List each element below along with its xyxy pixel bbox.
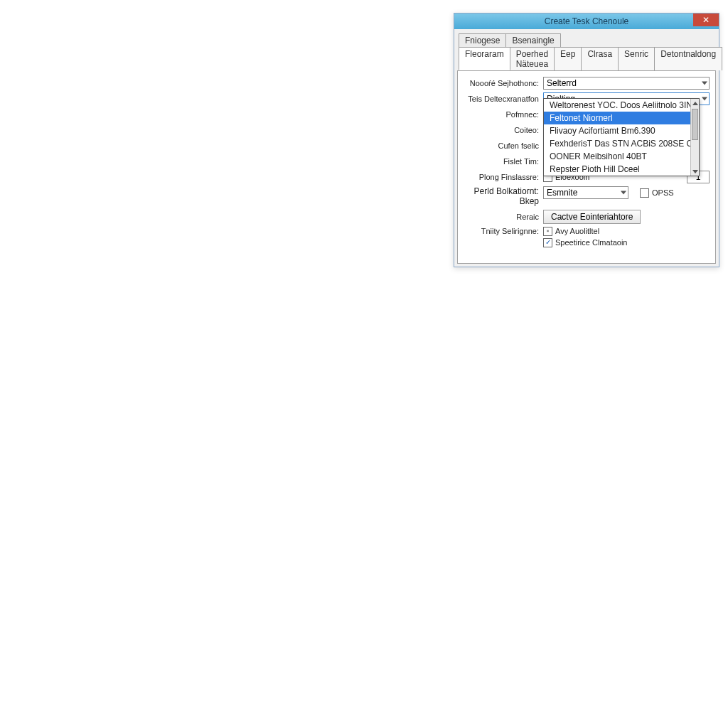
label-plong: Plong Finslassre: — [464, 173, 543, 181]
tab-bsenaingle[interactable]: Bsenaingle — [505, 33, 560, 48]
tab-senric[interactable]: Senric — [618, 47, 655, 70]
tab-poerhed[interactable]: Poerhed Näteuea — [510, 47, 555, 70]
chevron-down-icon — [702, 82, 707, 85]
tab-label: Eep — [560, 49, 575, 59]
scroll-thumb[interactable] — [692, 109, 698, 140]
button-cactve[interactable]: Cactve Eointeriahtore — [543, 210, 641, 224]
tab-label: Detontnaldong — [660, 49, 716, 59]
option-label: Flivaoy Acifortiamt Bm6.390 — [550, 126, 655, 136]
dropdown-option[interactable]: OONER Meibsihonl 40BT — [544, 150, 699, 163]
tab-detontnaldong[interactable]: Detontnaldong — [654, 47, 722, 70]
dropdown-option[interactable]: Repster Pioth Hill Dceel — [544, 163, 699, 176]
row-reraic: Reraic Cactve Eointeriahtore — [464, 210, 710, 224]
checkbox-avy[interactable]: ▪ — [543, 227, 552, 236]
label-perld-2: Bkep — [520, 196, 539, 206]
window-body: Fniogese Bsenaingle Fleoraram Poerhed Nä… — [454, 29, 719, 267]
label-avy: Avy Auolitltel — [555, 227, 599, 235]
scroll-up-icon[interactable] — [691, 99, 699, 107]
tab-row-upper: Fniogese Bsenaingle — [459, 33, 714, 47]
row-perld: Perld Bolkatiornt: Bkep Esmnite OPSS — [464, 186, 710, 207]
dialog-window: Create Tesk Chenoule ✕ Fniogese Bsenaing… — [454, 13, 719, 267]
row-name: Noooŕé Sejhothonc: Selterrd — [464, 77, 710, 90]
checkbox-opss[interactable] — [640, 188, 649, 198]
dropdown-option[interactable]: Flivaoy Acifortiamt Bm6.390 — [544, 124, 699, 137]
dropdown-option[interactable]: Weltorenest YOC. Doos Aeliitnolo 3IN — [544, 99, 699, 112]
label-cifen: Cufen fselic — [464, 141, 543, 150]
tab-fleoraram[interactable]: Fleoraram — [459, 47, 510, 70]
chevron-down-icon — [702, 97, 707, 101]
label-opss: OPSS — [652, 188, 674, 197]
label-perld-1: Perld Bolkatiornt: — [474, 186, 539, 196]
tab-row-lower: Fleoraram Poerhed Näteuea Eep Clrasa Sen… — [459, 47, 714, 70]
chevron-down-icon — [621, 191, 626, 195]
tab-fniogese[interactable]: Fniogese — [459, 33, 506, 48]
scroll-down-icon[interactable] — [691, 167, 699, 176]
label-task: Teis Deltecxranatfon — [464, 95, 543, 103]
tab-label: Bsenaingle — [512, 36, 554, 46]
label-speetirice: Speetirice Clmataoin — [555, 238, 628, 247]
tab-clrasa[interactable]: Clrasa — [581, 47, 619, 70]
close-button[interactable]: ✕ — [693, 14, 719, 26]
tab-panel: Noooŕé Sejhothonc: Selterrd Teis Deltecx… — [457, 70, 716, 264]
tab-label: Fniogese — [465, 36, 500, 46]
option-label: FexhderisT Das STN ACBiS 208SE Chomiting — [550, 139, 699, 149]
dropdown-scrollbar[interactable] — [690, 99, 699, 176]
option-label: Weltorenest YOC. Doos Aeliitnolo 3IN — [550, 100, 692, 110]
button-label: Cactve Eointeriahtore — [551, 212, 633, 222]
option-label: Feltonet Niornerl — [550, 113, 613, 123]
checkbox-speetirice[interactable]: ✓ — [543, 238, 552, 247]
option-label: Repster Pioth Hill Dceel — [550, 164, 640, 174]
select-perld-value: Esmnite — [547, 188, 577, 198]
tab-label: Senric — [624, 49, 648, 59]
tab-eep[interactable]: Eep — [554, 47, 582, 70]
tab-strip: Fniogese Bsenaingle Fleoraram Poerhed Nä… — [457, 32, 716, 70]
row-tniity: Tniity Selirignne: ▪ Avy Auolitltel ✓ Sp… — [464, 227, 710, 247]
select-name-value: Selterrd — [547, 78, 577, 88]
tab-label: Fleoraram — [465, 49, 504, 59]
label-coiteo: Coiteo: — [464, 126, 543, 134]
window-title: Create Tesk Chenoule — [545, 16, 629, 26]
label-pofmnec: Pofmnec: — [464, 110, 543, 119]
close-icon: ✕ — [702, 15, 710, 25]
select-perld[interactable]: Esmnite — [543, 186, 628, 199]
task-dropdown-list: Weltorenest YOC. Doos Aeliitnolo 3IN Fel… — [543, 98, 700, 176]
label-perld: Perld Bolkatiornt: Bkep — [464, 186, 543, 207]
titlebar: Create Tesk Chenoule ✕ — [454, 14, 719, 29]
label-reraic: Reraic — [464, 213, 543, 221]
dropdown-option[interactable]: FexhderisT Das STN ACBiS 208SE Chomiting — [544, 137, 699, 150]
label-tniity: Tniity Selirignne: — [464, 227, 543, 235]
option-label: OONER Meibsihonl 40BT — [550, 151, 647, 161]
label-fislet: Fislet Tim: — [464, 157, 543, 166]
select-name[interactable]: Selterrd — [543, 77, 710, 90]
label-name: Noooŕé Sejhothonc: — [464, 79, 543, 87]
tab-label: Poerhed Näteuea — [516, 49, 548, 69]
tab-label: Clrasa — [587, 49, 612, 59]
dropdown-option-selected[interactable]: Feltonet Niornerl — [544, 112, 699, 124]
